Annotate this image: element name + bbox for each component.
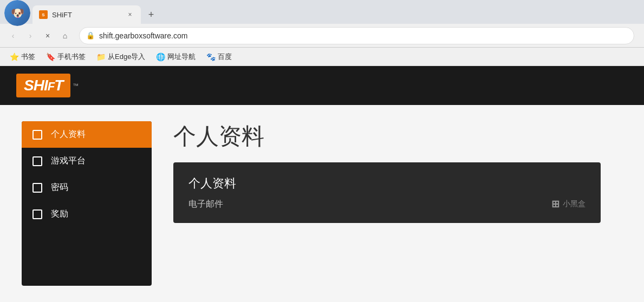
content-area: 个人资料 个人资料 电子邮件 ⊞ 小黑盒	[152, 121, 622, 286]
watermark-text: 小黑盒	[563, 199, 586, 209]
profile-icon	[32, 130, 42, 140]
bookmark-item-1[interactable]: ⭐ 书签	[5, 51, 40, 63]
security-lock-icon: 🔒	[86, 31, 95, 40]
bookmark-item-4[interactable]: 🌐 网址导航	[152, 51, 200, 63]
shift-logo-text: SHiFT	[24, 77, 63, 94]
sidebar-item-password[interactable]: 密码	[22, 174, 152, 201]
shift-logo: SHiFT ™	[16, 74, 79, 97]
browser-avatar: 🐶	[4, 0, 30, 26]
website-content: SHiFT ™ 个人资料 游戏平台 密码 奖励	[0, 66, 644, 302]
back-button[interactable]: ‹	[5, 28, 21, 43]
folder-icon: 📁	[96, 52, 106, 61]
address-bar[interactable]: 🔒 shift.gearboxsoftware.com	[79, 27, 634, 44]
bookmark-label-2: 手机书签	[57, 52, 86, 62]
bookmark-item-3[interactable]: 📁 从Edge导入	[92, 51, 149, 63]
url-text: shift.gearboxsoftware.com	[99, 31, 187, 40]
rewards-icon	[32, 209, 42, 219]
watermark: ⊞ 小黑盒	[551, 198, 586, 210]
sidebar-label-rewards: 奖励	[51, 208, 68, 220]
site-header: SHiFT ™	[0, 66, 644, 105]
main-content: 个人资料 游戏平台 密码 奖励 个人资料 个人资料 电子邮件	[0, 105, 644, 302]
sidebar-label-profile: 个人资料	[51, 129, 86, 140]
tab-title: SHiFT	[52, 11, 121, 19]
card-title: 个人资料	[188, 175, 586, 192]
card-row: 电子邮件 ⊞ 小黑盒	[188, 198, 586, 210]
sidebar-label-platform: 游戏平台	[51, 155, 86, 167]
sidebar-item-profile[interactable]: 个人资料	[22, 121, 152, 148]
sidebar: 个人资料 游戏平台 密码 奖励	[22, 121, 152, 286]
star-icon: ⭐	[10, 52, 19, 61]
baidu-icon: 🐾	[206, 52, 216, 61]
bookmark-label-1: 书签	[21, 52, 35, 62]
sidebar-item-rewards[interactable]: 奖励	[22, 201, 152, 227]
bookmark-item-5[interactable]: 🐾 百度	[202, 51, 236, 63]
bookmarks-bar: ⭐ 书签 🔖 手机书签 📁 从Edge导入 🌐 网址导航 🐾 百度	[0, 48, 644, 66]
sidebar-item-platform[interactable]: 游戏平台	[22, 148, 152, 174]
reload-stop-button[interactable]: ×	[40, 28, 55, 43]
sidebar-label-password: 密码	[51, 182, 68, 193]
mobile-bookmark-icon: 🔖	[46, 52, 55, 61]
browser-chrome: 🐶 S SHiFT × + ‹ › × ⌂ 🔒 shift.gearboxsof…	[0, 0, 644, 66]
bookmark-label-3: 从Edge导入	[108, 52, 145, 62]
email-field-label: 电子邮件	[188, 199, 223, 210]
profile-card: 个人资料 电子邮件 ⊞ 小黑盒	[173, 162, 601, 223]
new-tab-button[interactable]: +	[143, 6, 159, 23]
tab-bar: 🐶 S SHiFT × +	[0, 0, 644, 24]
platform-icon	[32, 156, 42, 166]
bookmark-item-2[interactable]: 🔖 手机书签	[42, 51, 90, 63]
tab-close-button[interactable]: ×	[126, 10, 134, 19]
active-tab[interactable]: S SHiFT ×	[32, 5, 141, 24]
tab-favicon: S	[39, 10, 48, 19]
bookmark-label-4: 网址导航	[167, 52, 196, 62]
shift-logo-box: SHiFT	[16, 74, 70, 97]
forward-button[interactable]: ›	[23, 28, 38, 43]
bookmark-label-5: 百度	[218, 52, 232, 62]
page-title: 个人资料	[173, 121, 601, 152]
navigation-bar: ‹ › × ⌂ 🔒 shift.gearboxsoftware.com	[0, 24, 644, 48]
home-button[interactable]: ⌂	[57, 28, 73, 43]
nav-icon: 🌐	[156, 52, 165, 61]
password-icon	[32, 183, 42, 193]
shift-trademark: ™	[73, 82, 79, 89]
